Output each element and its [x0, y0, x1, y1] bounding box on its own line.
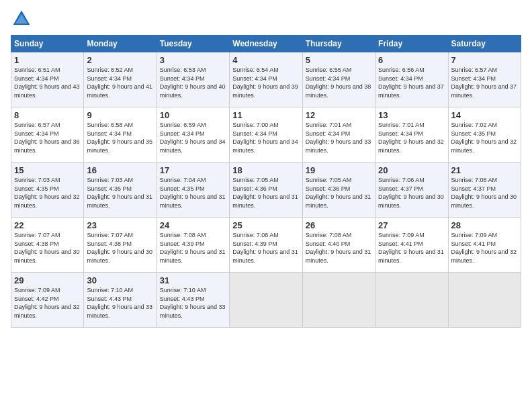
day-cell: 3 Sunrise: 6:53 AMSunset: 4:34 PMDayligh… [157, 52, 229, 107]
day-number: 11 [232, 110, 299, 120]
page: SundayMondayTuesdayWednesdayThursdayFrid… [0, 0, 532, 411]
day-cell: 2 Sunrise: 6:52 AMSunset: 4:34 PMDayligh… [84, 52, 157, 107]
day-number: 31 [160, 275, 226, 285]
day-number: 22 [14, 220, 81, 230]
day-number: 28 [451, 220, 518, 230]
header-cell-sunday: Sunday [11, 36, 84, 52]
week-row-2: 8 Sunrise: 6:57 AMSunset: 4:34 PMDayligh… [11, 107, 521, 163]
day-info: Sunrise: 7:03 AMSunset: 4:35 PMDaylight:… [14, 177, 80, 209]
day-number: 17 [160, 165, 226, 175]
day-info: Sunrise: 7:08 AMSunset: 4:40 PMDaylight:… [306, 232, 371, 264]
day-cell: 7 Sunrise: 6:57 AMSunset: 4:34 PMDayligh… [448, 52, 521, 107]
day-cell: 17 Sunrise: 7:04 AMSunset: 4:35 PMDaylig… [157, 163, 229, 218]
day-info: Sunrise: 7:00 AMSunset: 4:34 PMDaylight:… [232, 122, 298, 154]
day-number: 7 [451, 55, 518, 65]
day-cell: 24 Sunrise: 7:08 AMSunset: 4:39 PMDaylig… [157, 218, 229, 273]
day-cell [302, 273, 375, 328]
day-info: Sunrise: 7:03 AMSunset: 4:35 PMDaylight:… [87, 177, 152, 209]
day-number: 24 [160, 220, 226, 230]
day-info: Sunrise: 6:57 AMSunset: 4:34 PMDaylight:… [451, 66, 517, 99]
day-cell: 5 Sunrise: 6:55 AMSunset: 4:34 PMDayligh… [302, 52, 375, 107]
day-cell: 14 Sunrise: 7:02 AMSunset: 4:35 PMDaylig… [448, 107, 521, 163]
day-number: 15 [14, 165, 81, 175]
day-info: Sunrise: 7:02 AMSunset: 4:35 PMDaylight:… [451, 122, 517, 154]
header-cell-friday: Friday [375, 36, 448, 52]
day-cell: 28 Sunrise: 7:09 AMSunset: 4:41 PMDaylig… [448, 218, 521, 273]
week-row-4: 22 Sunrise: 7:07 AMSunset: 4:38 PMDaylig… [11, 218, 521, 273]
day-info: Sunrise: 6:58 AMSunset: 4:34 PMDaylight:… [87, 122, 152, 154]
day-cell: 1 Sunrise: 6:51 AMSunset: 4:34 PMDayligh… [11, 52, 84, 107]
day-cell: 20 Sunrise: 7:06 AMSunset: 4:37 PMDaylig… [375, 163, 448, 218]
day-number: 13 [378, 110, 445, 120]
day-cell: 13 Sunrise: 7:01 AMSunset: 4:34 PMDaylig… [375, 107, 448, 163]
day-info: Sunrise: 6:57 AMSunset: 4:34 PMDaylight:… [14, 122, 80, 154]
day-info: Sunrise: 7:06 AMSunset: 4:37 PMDaylight:… [451, 177, 517, 209]
day-number: 18 [232, 165, 299, 175]
day-cell: 31 Sunrise: 7:10 AMSunset: 4:43 PMDaylig… [157, 273, 229, 328]
week-row-3: 15 Sunrise: 7:03 AMSunset: 4:35 PMDaylig… [11, 163, 521, 218]
day-number: 26 [306, 220, 372, 230]
day-info: Sunrise: 7:06 AMSunset: 4:37 PMDaylight:… [378, 177, 444, 209]
calendar-table: SundayMondayTuesdayWednesdayThursdayFrid… [11, 35, 521, 328]
day-number: 14 [451, 110, 518, 120]
day-cell [448, 273, 521, 328]
day-cell: 11 Sunrise: 7:00 AMSunset: 4:34 PMDaylig… [230, 107, 302, 163]
day-info: Sunrise: 7:09 AMSunset: 4:42 PMDaylight:… [14, 287, 80, 319]
header [11, 8, 521, 30]
day-number: 6 [378, 55, 445, 65]
header-row: SundayMondayTuesdayWednesdayThursdayFrid… [11, 36, 521, 52]
day-info: Sunrise: 6:59 AMSunset: 4:34 PMDaylight:… [160, 122, 226, 154]
day-info: Sunrise: 6:51 AMSunset: 4:34 PMDaylight:… [14, 66, 80, 99]
day-cell: 29 Sunrise: 7:09 AMSunset: 4:42 PMDaylig… [11, 273, 84, 328]
day-info: Sunrise: 7:05 AMSunset: 4:36 PMDaylight:… [232, 177, 298, 209]
day-cell: 30 Sunrise: 7:10 AMSunset: 4:43 PMDaylig… [84, 273, 157, 328]
day-number: 21 [451, 165, 518, 175]
day-number: 10 [160, 110, 226, 120]
header-cell-monday: Monday [84, 36, 157, 52]
day-info: Sunrise: 7:07 AMSunset: 4:38 PMDaylight:… [87, 232, 152, 264]
day-cell: 22 Sunrise: 7:07 AMSunset: 4:38 PMDaylig… [11, 218, 84, 273]
day-info: Sunrise: 7:07 AMSunset: 4:38 PMDaylight:… [14, 232, 80, 264]
week-row-5: 29 Sunrise: 7:09 AMSunset: 4:42 PMDaylig… [11, 273, 521, 328]
day-cell: 9 Sunrise: 6:58 AMSunset: 4:34 PMDayligh… [84, 107, 157, 163]
day-cell: 21 Sunrise: 7:06 AMSunset: 4:37 PMDaylig… [448, 163, 521, 218]
day-cell [375, 273, 448, 328]
day-info: Sunrise: 7:08 AMSunset: 4:39 PMDaylight:… [160, 232, 226, 264]
day-number: 25 [232, 220, 299, 230]
day-info: Sunrise: 6:52 AMSunset: 4:34 PMDaylight:… [87, 66, 152, 99]
day-number: 3 [160, 55, 226, 65]
day-cell: 26 Sunrise: 7:08 AMSunset: 4:40 PMDaylig… [302, 218, 375, 273]
day-info: Sunrise: 6:55 AMSunset: 4:34 PMDaylight:… [306, 66, 371, 99]
day-number: 30 [87, 275, 153, 285]
day-number: 9 [87, 110, 153, 120]
day-cell: 12 Sunrise: 7:01 AMSunset: 4:34 PMDaylig… [302, 107, 375, 163]
day-info: Sunrise: 7:10 AMSunset: 4:43 PMDaylight:… [87, 287, 152, 319]
day-number: 12 [306, 110, 372, 120]
day-cell: 4 Sunrise: 6:54 AMSunset: 4:34 PMDayligh… [230, 52, 302, 107]
day-cell: 25 Sunrise: 7:08 AMSunset: 4:39 PMDaylig… [230, 218, 302, 273]
day-info: Sunrise: 7:01 AMSunset: 4:34 PMDaylight:… [378, 122, 444, 154]
day-info: Sunrise: 7:05 AMSunset: 4:36 PMDaylight:… [306, 177, 371, 209]
day-info: Sunrise: 7:09 AMSunset: 4:41 PMDaylight:… [378, 232, 444, 264]
day-cell: 8 Sunrise: 6:57 AMSunset: 4:34 PMDayligh… [11, 107, 84, 163]
day-number: 20 [378, 165, 445, 175]
day-number: 1 [14, 55, 81, 65]
day-info: Sunrise: 6:54 AMSunset: 4:34 PMDaylight:… [232, 66, 298, 99]
header-cell-saturday: Saturday [448, 36, 521, 52]
week-row-1: 1 Sunrise: 6:51 AMSunset: 4:34 PMDayligh… [11, 52, 521, 107]
day-cell: 16 Sunrise: 7:03 AMSunset: 4:35 PMDaylig… [84, 163, 157, 218]
day-cell [230, 273, 302, 328]
day-number: 23 [87, 220, 153, 230]
logo [11, 8, 35, 30]
day-number: 27 [378, 220, 445, 230]
day-number: 4 [232, 55, 299, 65]
day-number: 2 [87, 55, 153, 65]
day-info: Sunrise: 6:53 AMSunset: 4:34 PMDaylight:… [160, 66, 226, 99]
day-info: Sunrise: 7:04 AMSunset: 4:35 PMDaylight:… [160, 177, 226, 209]
day-number: 5 [306, 55, 372, 65]
day-info: Sunrise: 7:10 AMSunset: 4:43 PMDaylight:… [160, 287, 226, 319]
header-cell-thursday: Thursday [302, 36, 375, 52]
header-cell-tuesday: Tuesday [157, 36, 229, 52]
day-number: 16 [87, 165, 153, 175]
day-cell: 23 Sunrise: 7:07 AMSunset: 4:38 PMDaylig… [84, 218, 157, 273]
